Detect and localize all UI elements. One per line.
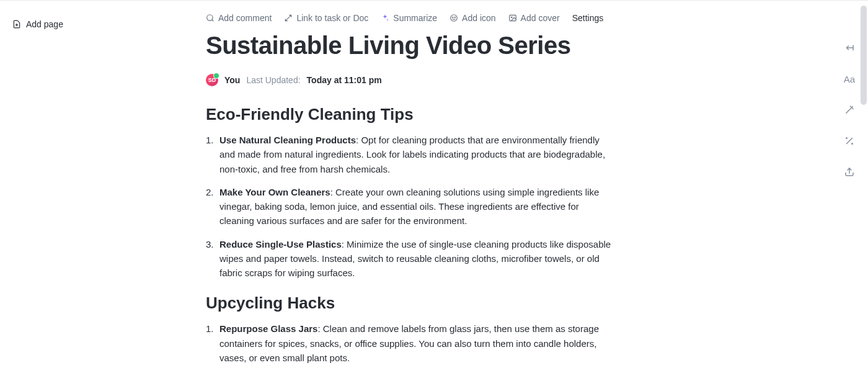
add-page-label: Add page bbox=[26, 19, 63, 29]
comment-icon bbox=[206, 14, 215, 22]
svg-point-6 bbox=[453, 17, 453, 17]
last-updated-label: Last Updated: bbox=[246, 75, 300, 85]
list-item-title: Use Natural Cleaning Products bbox=[219, 135, 356, 145]
section-heading[interactable]: Eco-Friendly Cleaning Tips bbox=[206, 105, 615, 124]
collapse-right-rail-button[interactable] bbox=[843, 41, 856, 55]
sparkle-icon bbox=[381, 14, 389, 22]
ordered-list: Use Natural Cleaning Products: Opt for c… bbox=[206, 133, 615, 280]
ordered-list: Repurpose Glass Jars: Clean and remove l… bbox=[206, 321, 615, 373]
svg-point-2 bbox=[207, 15, 213, 20]
summarize-button[interactable]: Summarize bbox=[381, 13, 437, 23]
add-page-button[interactable]: Add page bbox=[10, 16, 151, 33]
smiley-icon bbox=[450, 14, 458, 22]
add-comment-button[interactable]: Add comment bbox=[206, 13, 272, 23]
style-wand-button[interactable] bbox=[843, 103, 856, 117]
last-updated-value: Today at 11:01 pm bbox=[307, 75, 382, 85]
link-task-button[interactable]: Link to task or Doc bbox=[284, 13, 368, 23]
add-cover-label: Add cover bbox=[521, 13, 560, 23]
svg-point-4 bbox=[388, 19, 389, 20]
svg-point-7 bbox=[454, 17, 455, 17]
list-item[interactable]: Make Your Own Cleaners: Create your own … bbox=[219, 185, 615, 228]
right-rail: Aa bbox=[837, 41, 862, 179]
avatar[interactable]: SD bbox=[206, 74, 218, 86]
list-item[interactable]: Repurpose Glass Jars: Clean and remove l… bbox=[219, 321, 615, 365]
add-cover-button[interactable]: Add cover bbox=[508, 13, 560, 23]
ai-sparkle-button[interactable] bbox=[843, 134, 856, 148]
add-page-icon bbox=[12, 20, 21, 29]
link-task-label: Link to task or Doc bbox=[296, 13, 368, 23]
section-heading[interactable]: Upcycling Hacks bbox=[206, 294, 615, 313]
svg-line-3 bbox=[212, 20, 214, 22]
list-item-title: Repurpose Glass Jars bbox=[219, 323, 317, 334]
svg-point-5 bbox=[451, 15, 458, 22]
add-icon-label: Add icon bbox=[462, 13, 495, 23]
list-item[interactable]: Use Natural Cleaning Products: Opt for c… bbox=[219, 133, 615, 176]
svg-point-13 bbox=[852, 143, 853, 145]
author-you: You bbox=[224, 75, 240, 85]
svg-point-9 bbox=[511, 17, 512, 18]
page-toolbar: Add comment Link to task or Doc Summariz… bbox=[206, 13, 615, 23]
left-sidebar: Add page bbox=[0, 1, 161, 373]
settings-button[interactable]: Settings bbox=[572, 13, 604, 23]
settings-label: Settings bbox=[572, 13, 604, 23]
page-meta: SD You Last Updated: Today at 11:01 pm bbox=[206, 74, 615, 86]
list-item-title: Reduce Single-Use Plastics bbox=[219, 239, 342, 249]
add-comment-label: Add comment bbox=[218, 13, 272, 23]
summarize-label: Summarize bbox=[393, 13, 437, 23]
svg-point-12 bbox=[846, 138, 848, 139]
main-content: Add comment Link to task or Doc Summariz… bbox=[206, 13, 615, 373]
page-title[interactable]: Sustainable Living Video Series bbox=[206, 30, 615, 60]
image-icon bbox=[508, 14, 517, 22]
list-item[interactable]: Reduce Single-Use Plastics: Minimize the… bbox=[219, 237, 615, 281]
link-icon bbox=[284, 14, 293, 22]
font-settings-button[interactable]: Aa bbox=[843, 72, 856, 86]
list-item-title: Make Your Own Cleaners bbox=[219, 187, 330, 197]
share-button[interactable] bbox=[843, 165, 856, 179]
scrollbar[interactable] bbox=[859, 3, 868, 371]
add-icon-button[interactable]: Add icon bbox=[450, 13, 495, 23]
scrollbar-thumb[interactable] bbox=[861, 6, 867, 105]
